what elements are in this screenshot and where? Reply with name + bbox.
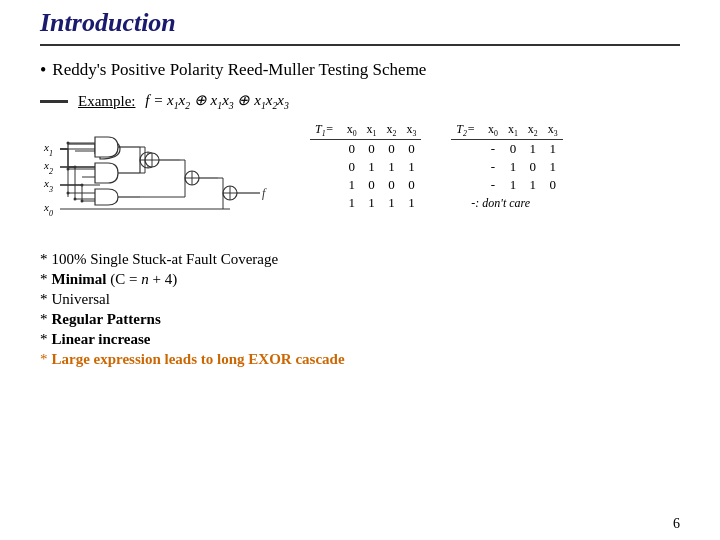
bullet-star: * bbox=[40, 311, 48, 328]
svg-point-37 bbox=[81, 200, 84, 203]
table1-container: T1= x0 x1 x2 x3 0000 bbox=[310, 121, 421, 212]
svg-text:x2: x2 bbox=[43, 159, 53, 176]
t1-h3: x3 bbox=[401, 121, 421, 140]
bullet-text: 100% Single Stuck-at Fault Coverage bbox=[52, 251, 279, 268]
t1-h0: x0 bbox=[342, 121, 362, 140]
circuit-area: x1 x2 x3 x0 bbox=[40, 121, 300, 241]
bullet-list: * 100% Single Stuck-at Fault Coverage * … bbox=[40, 251, 680, 368]
bullet-star: * bbox=[40, 331, 48, 348]
table-row: 0000 bbox=[310, 140, 421, 159]
t2-h2: x2 bbox=[523, 121, 543, 140]
svg-point-31 bbox=[74, 198, 77, 201]
main-bullet-item: • Reddy's Positive Polarity Reed-Muller … bbox=[40, 60, 680, 81]
list-item: * Large expression leads to long EXOR ca… bbox=[40, 351, 680, 368]
svg-point-29 bbox=[74, 166, 77, 169]
tables-area: T1= x0 x1 x2 x3 0000 bbox=[310, 121, 563, 212]
bullet-star: * bbox=[40, 271, 48, 288]
bullet-text: Regular Patterns bbox=[52, 311, 161, 328]
middle-section: x1 x2 x3 x0 bbox=[40, 121, 680, 241]
bullet-star: * bbox=[40, 351, 48, 368]
t1-label: T1= bbox=[310, 121, 342, 140]
table-row: 1111 bbox=[310, 194, 421, 212]
bullet-text: Large expression leads to long EXOR casc… bbox=[52, 351, 345, 368]
page-number: 6 bbox=[673, 516, 680, 532]
table-row: 0111 bbox=[310, 158, 421, 176]
list-item: * Minimal (C = n + 4) bbox=[40, 271, 680, 288]
example-formula: f = x1x2 ⊕ x1x3 ⊕ x1x2x3 bbox=[141, 91, 288, 111]
svg-text:x1: x1 bbox=[43, 141, 53, 158]
svg-point-35 bbox=[81, 184, 84, 187]
t1-h2: x2 bbox=[382, 121, 402, 140]
t2-h3: x3 bbox=[543, 121, 563, 140]
table-row: 1000 bbox=[310, 176, 421, 194]
table1: T1= x0 x1 x2 x3 0000 bbox=[310, 121, 421, 212]
table-row: -011 bbox=[451, 140, 562, 159]
list-item: * 100% Single Stuck-at Fault Coverage bbox=[40, 251, 680, 268]
example-label: Example: bbox=[78, 93, 135, 110]
t1-h1: x1 bbox=[362, 121, 382, 140]
page: Introduction • Reddy's Positive Polarity… bbox=[0, 0, 720, 540]
bullet-text: Minimal (C = n + 4) bbox=[52, 271, 178, 288]
bullet-dot: • bbox=[40, 60, 46, 81]
circuit-diagram: x1 x2 x3 x0 bbox=[40, 121, 300, 241]
list-item: * Regular Patterns bbox=[40, 311, 680, 328]
bullet-star: * bbox=[40, 251, 48, 268]
list-item: * Universal bbox=[40, 291, 680, 308]
svg-point-25 bbox=[67, 192, 70, 195]
page-title: Introduction bbox=[40, 8, 680, 38]
svg-point-23 bbox=[67, 168, 70, 171]
table-row: -101 bbox=[451, 158, 562, 176]
bullet-star: * bbox=[40, 291, 48, 308]
table2-container: T2= x0 x1 x2 x3 -011 bbox=[451, 121, 562, 211]
svg-text:f: f bbox=[262, 186, 267, 200]
table2: T2= x0 x1 x2 x3 -011 bbox=[451, 121, 562, 194]
bullet-text: Linear increase bbox=[52, 331, 151, 348]
bullet-text: Universal bbox=[52, 291, 110, 308]
example-dash bbox=[40, 100, 68, 103]
example-line: Example: f = x1x2 ⊕ x1x3 ⊕ x1x2x3 bbox=[40, 91, 680, 111]
svg-point-21 bbox=[67, 142, 70, 145]
svg-text:x3: x3 bbox=[43, 177, 53, 194]
t2-h0: x0 bbox=[483, 121, 503, 140]
table-row: -110 bbox=[451, 176, 562, 194]
list-item: * Linear increase bbox=[40, 331, 680, 348]
t2-label: T2= bbox=[451, 121, 483, 140]
main-bullet-text: Reddy's Positive Polarity Reed-Muller Te… bbox=[52, 60, 426, 80]
dont-care-note: -: don't care bbox=[471, 196, 530, 211]
svg-text:x0: x0 bbox=[43, 201, 53, 218]
t2-h1: x1 bbox=[503, 121, 523, 140]
header: Introduction bbox=[40, 0, 680, 46]
